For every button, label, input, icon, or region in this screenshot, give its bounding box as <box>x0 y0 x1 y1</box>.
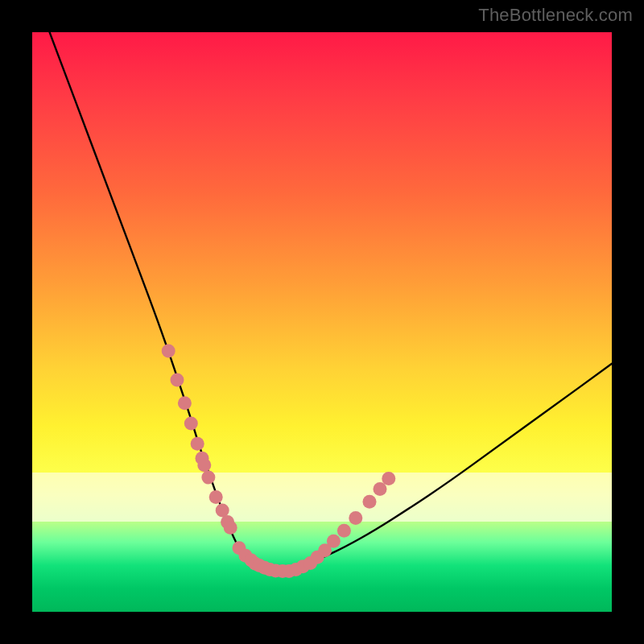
data-point <box>224 521 237 535</box>
data-point <box>184 417 198 431</box>
data-point <box>162 345 175 358</box>
data-point <box>382 472 395 485</box>
chart-frame: TheBottleneck.com <box>0 0 644 644</box>
data-point <box>349 511 362 525</box>
data-point <box>171 374 184 387</box>
data-point <box>337 524 351 538</box>
plot-area <box>32 32 612 612</box>
data-point <box>363 495 377 509</box>
data-point <box>209 490 223 504</box>
data-point <box>327 535 341 548</box>
data-point <box>191 437 204 451</box>
data-point <box>374 482 387 496</box>
watermark-text: TheBottleneck.com <box>478 5 633 26</box>
data-points-layer <box>32 32 612 612</box>
data-point <box>201 471 215 485</box>
data-point <box>178 396 192 410</box>
data-point <box>197 458 211 472</box>
